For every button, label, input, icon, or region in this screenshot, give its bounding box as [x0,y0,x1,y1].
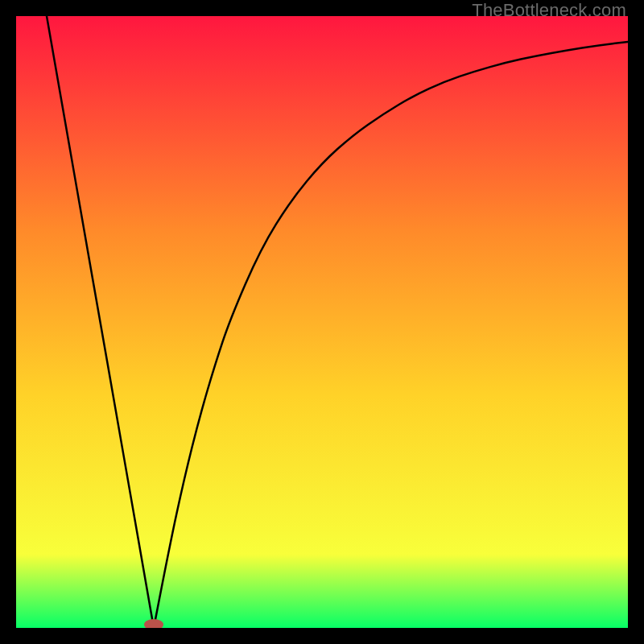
watermark-text: TheBottleneck.com [472,0,626,21]
gradient-background [16,16,628,628]
chart-frame [16,16,628,628]
chart-svg [16,16,628,628]
